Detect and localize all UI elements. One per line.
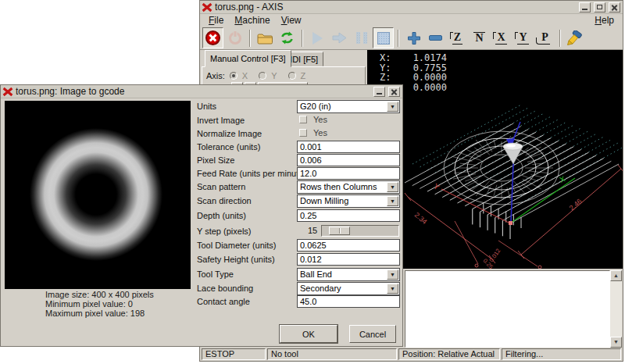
axis-radio-x[interactable] [230, 72, 238, 80]
y-step-control-area: 15 [297, 225, 400, 238]
safety-height-label: Safety Height (units) [197, 255, 275, 264]
dropdown-arrow-icon[interactable]: ▼ [387, 102, 398, 112]
power-icon [229, 32, 241, 45]
estop-button[interactable] [202, 27, 223, 48]
y-step-slider[interactable] [321, 225, 399, 237]
zoom-out-button[interactable] [425, 27, 446, 48]
menu-machine[interactable]: Machine [229, 15, 275, 26]
dropdown-arrow-icon[interactable]: ▼ [387, 269, 398, 280]
close-button[interactable] [609, 2, 620, 12]
feed-rate-input[interactable]: 12.0 [297, 167, 400, 180]
units-select[interactable]: G20 (in)▼ [297, 100, 400, 113]
gcode-text-area[interactable] [405, 270, 610, 348]
run-button[interactable] [307, 27, 328, 48]
minimize-button[interactable] [579, 2, 591, 12]
vertical-scrollbar[interactable]: ▲ ▼ [610, 270, 622, 348]
dialog-x-logo-icon [3, 87, 12, 96]
contact-angle-label: Contact angle [197, 297, 250, 306]
scan-direction-select[interactable]: Down Milling▼ [297, 194, 400, 208]
image-info: Image size: 400 x 400 pixelsMinimum pixe… [45, 290, 154, 318]
toolbar-separator [398, 30, 399, 47]
window-x-logo-icon [202, 3, 212, 12]
ok-button[interactable]: OK [280, 325, 338, 343]
gcode-area-wrap: ▲ ▼ [367, 269, 623, 349]
y-step-label: Y step (pixels) [197, 227, 252, 236]
scroll-up-arrow[interactable]: ▲ [610, 270, 622, 281]
preview-canvas[interactable]: X:1.0174Y:0.7755Z:0.00000.0000 YX2.342.4… [367, 50, 623, 269]
tool-type-select[interactable]: Ball End▼ [297, 268, 400, 281]
tab-manual-control-f3-[interactable]: Manual Control [F3] [205, 50, 291, 67]
view-perspective-button[interactable]: P [534, 27, 555, 48]
menu-help[interactable]: Help [589, 15, 620, 26]
maximize-button[interactable] [594, 2, 605, 12]
view-z-button[interactable]: Z [447, 27, 468, 48]
svg-text:2.46: 2.46 [568, 197, 584, 212]
lace-bounding-value: Secondary [300, 284, 341, 293]
view-p-icon: P [540, 32, 550, 45]
dialog-minimize-button[interactable] [373, 87, 385, 97]
invert-image-control-area: Yes [297, 114, 400, 127]
menubar: FileMachineView Help [200, 14, 623, 27]
estop-icon [205, 30, 220, 45]
axis-selector-row: Axis:XYZ [206, 71, 312, 80]
clear-plot-button[interactable] [565, 27, 586, 48]
dropdown-arrow-icon[interactable]: ▼ [387, 182, 398, 192]
view-z-icon: Z [452, 32, 462, 45]
dialog-close-button[interactable] [388, 87, 400, 97]
tool-diameter-label: Tool Diameter (units) [197, 241, 276, 250]
step-button[interactable] [329, 27, 350, 48]
axis-radio-z[interactable] [288, 72, 296, 80]
lace-bounding-label: Lace bounding [197, 284, 253, 293]
menu-view[interactable]: View [276, 15, 307, 26]
pixel-size-input[interactable]: 0.006 [297, 154, 400, 166]
pause-button[interactable] [351, 27, 372, 48]
zoom-in-button[interactable] [403, 27, 424, 48]
view-z-rotated-button[interactable]: N [469, 27, 490, 48]
clear-plot-brush-icon [566, 30, 584, 46]
tool-diameter-control-area: 0.0625 [297, 239, 400, 252]
tool-diameter-input[interactable]: 0.0625 [297, 239, 400, 252]
zoom-in-icon [407, 31, 421, 45]
normalize-image-control-area: Yes [297, 127, 400, 141]
zoom-out-icon [429, 35, 442, 41]
cancel-button[interactable]: Cancel [349, 325, 396, 343]
scroll-down-arrow[interactable]: ▼ [610, 337, 622, 348]
image-info-line: Image size: 400 x 400 pixels [45, 290, 154, 299]
open-file-button[interactable] [255, 27, 276, 48]
axis-titlebar[interactable]: torus.png - AXIS [200, 1, 623, 14]
machine-power-button[interactable] [224, 27, 245, 48]
normalize-image-checkbox[interactable] [299, 129, 307, 137]
units-value: G20 (in) [300, 102, 331, 111]
dialog-title: torus.png: Image to gcode [16, 86, 370, 97]
view-y-button[interactable]: Y [512, 27, 534, 48]
scan-pattern-select[interactable]: Rows then Columns▼ [297, 180, 400, 194]
pixel-size-label: Pixel Size [197, 155, 234, 165]
tolerance-input[interactable]: 0.001 [297, 141, 400, 153]
tool-type-value: Ball End [300, 269, 332, 279]
safety-height-input[interactable]: 0.012 [297, 253, 400, 266]
toolbar-separator [249, 30, 251, 47]
dropdown-arrow-icon[interactable]: ▼ [387, 196, 398, 206]
svg-text:0.012: 0.012 [488, 248, 502, 264]
step-arrow-icon [332, 32, 347, 44]
dialog-titlebar[interactable]: torus.png: Image to gcode [1, 85, 402, 98]
status-cell-3: Position: Relative Actual [398, 348, 500, 360]
reload-button[interactable] [277, 27, 298, 48]
dro-value: 1.0174 [403, 53, 447, 63]
y-step-slider-handle[interactable] [329, 227, 350, 235]
view-x-button[interactable]: X [491, 27, 512, 48]
axis-radio-label-y: Y [271, 71, 277, 80]
axis-radio-y[interactable] [259, 72, 266, 80]
stop-button[interactable] [373, 27, 394, 48]
tolerance-label: Tolerance (units) [197, 142, 260, 152]
invert-image-checkbox[interactable] [299, 116, 307, 123]
dro-axis-label: X: [380, 53, 403, 63]
menu-file[interactable]: File [203, 15, 229, 26]
status-bar: ESTOPNo toolPosition: Relative ActualFil… [200, 348, 623, 361]
lace-bounding-select[interactable]: Secondary▼ [297, 282, 400, 295]
view-x-icon: X [495, 32, 506, 45]
normalize-image-label: Normalize Image [197, 129, 262, 138]
depth-input[interactable]: 0.25 [297, 209, 400, 222]
contact-angle-input[interactable]: 45.0 [297, 295, 400, 308]
dropdown-arrow-icon[interactable]: ▼ [387, 284, 398, 294]
